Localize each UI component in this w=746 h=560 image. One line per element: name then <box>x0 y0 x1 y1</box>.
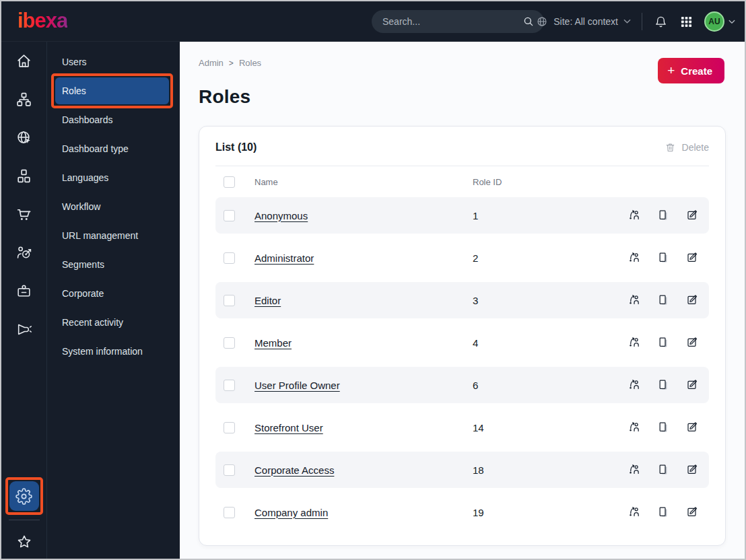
copy-button[interactable] <box>657 463 671 477</box>
assign-button[interactable] <box>628 378 642 392</box>
copy-button[interactable] <box>657 251 671 265</box>
row-checkbox[interactable] <box>224 422 235 433</box>
avatar: AU <box>704 11 724 32</box>
assign-button[interactable] <box>628 209 642 222</box>
table-row: User Profile Owner 6 <box>215 367 709 403</box>
submenu-item-languages[interactable]: Languages <box>55 164 169 191</box>
rail-item-dashboard[interactable] <box>1 42 46 80</box>
user-menu[interactable]: AU <box>704 11 735 32</box>
assign-user-icon <box>628 209 642 222</box>
edit-button[interactable] <box>686 293 700 307</box>
globe-icon <box>536 15 548 28</box>
role-name-link[interactable]: Editor <box>255 295 473 306</box>
edit-icon <box>686 336 700 349</box>
role-id-value: 1 <box>473 210 621 221</box>
assign-button[interactable] <box>628 293 642 307</box>
badge-icon <box>15 283 32 300</box>
submenu-item-system-information[interactable]: System information <box>55 338 169 365</box>
site-context-label: Site: All context <box>553 16 618 27</box>
role-id-value: 18 <box>473 464 621 476</box>
breadcrumb: Admin > Roles <box>199 58 726 68</box>
copy-button[interactable] <box>657 336 671 349</box>
role-name-link[interactable]: Corporate Access <box>255 464 473 476</box>
breadcrumb-item-admin[interactable]: Admin <box>199 58 224 68</box>
row-checkbox[interactable] <box>224 252 235 264</box>
table-header-row: Name Role ID <box>215 166 709 197</box>
role-id-value: 4 <box>473 337 621 349</box>
edit-button[interactable] <box>686 378 700 392</box>
edit-icon <box>686 421 700 434</box>
content-tree-icon <box>15 91 32 108</box>
app-switcher-button[interactable] <box>679 15 693 29</box>
role-name-link[interactable]: Anonymous <box>255 210 473 221</box>
row-checkbox[interactable] <box>224 380 235 391</box>
rail-item-segments[interactable] <box>1 234 46 272</box>
copy-button[interactable] <box>657 209 671 222</box>
rail-item-commerce[interactable] <box>1 195 46 234</box>
edit-button[interactable] <box>686 209 700 222</box>
submenu-label: Recent activity <box>62 317 123 328</box>
role-name-link[interactable]: Member <box>255 337 473 349</box>
copy-button[interactable] <box>657 293 671 307</box>
role-name-link[interactable]: Storefront User <box>255 422 473 433</box>
edit-button[interactable] <box>686 463 700 477</box>
submenu-item-dashboards[interactable]: Dashboards <box>55 106 169 133</box>
delete-button[interactable]: Delete <box>665 142 709 153</box>
column-header-role-id: Role ID <box>473 177 621 187</box>
rail-item-corporate[interactable] <box>1 272 46 310</box>
assign-button[interactable] <box>628 463 642 477</box>
delete-button-label: Delete <box>682 142 709 153</box>
role-name-link[interactable]: Administrator <box>255 252 473 264</box>
role-name-link[interactable]: User Profile Owner <box>255 380 473 391</box>
row-checkbox[interactable] <box>224 210 235 221</box>
row-checkbox[interactable] <box>224 295 235 306</box>
bookmarks-button[interactable] <box>1 528 46 555</box>
role-name-link[interactable]: Company admin <box>255 507 473 518</box>
select-all-checkbox[interactable] <box>224 176 235 188</box>
edit-icon <box>686 293 700 307</box>
gear-icon <box>15 488 32 505</box>
edit-button[interactable] <box>686 336 700 349</box>
top-bar: ibexa Search... Site: All context AU <box>1 1 745 42</box>
row-checkbox[interactable] <box>224 507 235 518</box>
site-context-selector[interactable]: Site: All context <box>536 15 631 28</box>
copy-button[interactable] <box>657 421 671 434</box>
notifications-button[interactable] <box>653 14 669 30</box>
copy-icon <box>657 209 671 222</box>
row-checkbox[interactable] <box>224 464 235 476</box>
edit-button[interactable] <box>686 505 700 519</box>
assign-user-icon <box>628 336 642 349</box>
role-id-value: 6 <box>473 380 621 391</box>
search-input[interactable]: Search... <box>372 10 544 33</box>
assign-button[interactable] <box>628 505 642 519</box>
settings-button[interactable] <box>9 481 39 511</box>
create-button[interactable]: + Create <box>658 58 724 83</box>
rail-item-site[interactable] <box>1 118 46 157</box>
assign-button[interactable] <box>628 251 642 265</box>
row-checkbox[interactable] <box>224 337 235 349</box>
submenu-item-workflow[interactable]: Workflow <box>55 193 169 220</box>
submenu-label: Corporate <box>62 288 104 299</box>
assign-button[interactable] <box>628 336 642 349</box>
role-id-value: 19 <box>473 507 621 518</box>
copy-icon <box>657 505 671 519</box>
edit-button[interactable] <box>686 251 700 265</box>
submenu-item-dashboard-type[interactable]: Dashboard type <box>55 135 169 162</box>
assign-user-icon <box>628 421 642 434</box>
submenu-item-users[interactable]: Users <box>55 48 169 75</box>
submenu-label: Languages <box>62 172 108 183</box>
submenu-item-segments[interactable]: Segments <box>55 251 169 278</box>
rail-item-marketing[interactable] <box>1 310 46 349</box>
copy-button[interactable] <box>657 505 671 519</box>
submenu-item-roles[interactable]: Roles <box>55 77 169 104</box>
edit-button[interactable] <box>686 421 700 434</box>
submenu-item-recent-activity[interactable]: Recent activity <box>55 309 169 336</box>
assign-button[interactable] <box>628 421 642 434</box>
submenu-item-url-management[interactable]: URL management <box>55 222 169 249</box>
copy-button[interactable] <box>657 378 671 392</box>
submenu-label: Dashboards <box>62 114 113 125</box>
rail-item-content-structure[interactable] <box>1 80 46 118</box>
admin-submenu: Users Roles Dashboards Dashboard type La… <box>46 42 180 560</box>
rail-item-products[interactable] <box>1 157 46 195</box>
submenu-item-corporate[interactable]: Corporate <box>55 280 169 307</box>
